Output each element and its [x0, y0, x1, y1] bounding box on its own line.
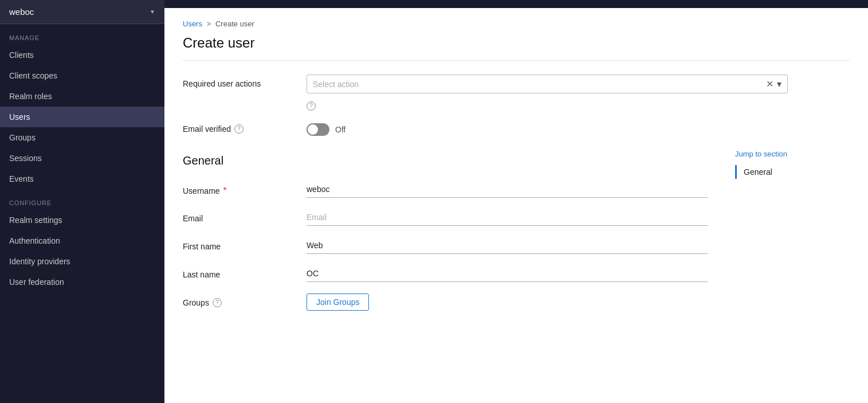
main-content: Users > Create user Create user Required…: [164, 0, 868, 403]
sidebar: weboc ▼ Manage Clients Client scopes Rea…: [0, 0, 164, 403]
form-section: General Username * Email: [183, 150, 850, 322]
jump-to-section: Jump to section General: [735, 150, 850, 322]
jump-link-general[interactable]: General: [735, 165, 850, 179]
required-actions-select[interactable]: Select action ✕ ▾: [307, 75, 788, 93]
clear-icon[interactable]: ✕: [766, 79, 773, 89]
sidebar-item-sessions[interactable]: Sessions: [0, 148, 164, 169]
email-verified-help-icon[interactable]: ?: [234, 124, 243, 134]
breadcrumb: Users > Create user: [183, 19, 850, 28]
first-name-row: First name: [183, 237, 712, 254]
breadcrumb-separator: >: [207, 20, 211, 28]
last-name-label: Last name: [183, 265, 297, 279]
sidebar-item-realm-roles[interactable]: Realm roles: [0, 86, 164, 107]
realm-selector[interactable]: weboc ▼: [0, 0, 164, 24]
sidebar-item-client-scopes[interactable]: Client scopes: [0, 65, 164, 86]
groups-label: Groups ?: [183, 294, 297, 307]
jump-section-title: Jump to section: [735, 150, 850, 158]
breadcrumb-current: Create user: [215, 19, 254, 28]
username-label: Username *: [183, 181, 297, 196]
sidebar-item-clients[interactable]: Clients: [0, 45, 164, 65]
username-row: Username *: [183, 181, 712, 198]
groups-help-icon[interactable]: ?: [213, 298, 222, 307]
sidebar-item-user-federation[interactable]: User federation: [0, 272, 164, 292]
username-control: [307, 181, 712, 198]
page-title: Create user: [183, 35, 850, 61]
required-indicator: *: [223, 186, 227, 196]
required-actions-control: Select action ✕ ▾: [307, 75, 850, 93]
groups-row: Groups ? Join Groups: [183, 294, 712, 311]
breadcrumb-parent[interactable]: Users: [183, 19, 202, 28]
join-groups-button[interactable]: Join Groups: [307, 294, 369, 311]
email-verified-toggle[interactable]: [307, 123, 329, 136]
sidebar-item-realm-settings[interactable]: Realm settings: [0, 210, 164, 230]
last-name-input[interactable]: [307, 265, 708, 282]
required-actions-help-icon[interactable]: ?: [307, 101, 316, 111]
email-verified-control: Off: [307, 120, 850, 136]
email-verified-state: Off: [335, 125, 345, 134]
email-control: [307, 209, 712, 226]
email-verified-row: Email verified ? Off: [183, 120, 850, 136]
manage-section-label: Manage: [0, 24, 164, 45]
last-name-control: [307, 265, 712, 282]
email-input[interactable]: [307, 209, 708, 226]
chevron-down-icon[interactable]: ▾: [777, 79, 781, 89]
top-bar: [164, 0, 868, 8]
chevron-down-icon: ▼: [150, 9, 155, 15]
realm-name: weboc: [9, 7, 34, 17]
general-section-title: General: [183, 154, 712, 167]
first-name-label: First name: [183, 237, 297, 251]
sidebar-item-events[interactable]: Events: [0, 169, 164, 189]
email-verified-toggle-wrap: Off: [307, 120, 850, 136]
email-label: Email: [183, 209, 297, 223]
content-area: Users > Create user Create user Required…: [164, 8, 868, 403]
groups-control: Join Groups: [307, 294, 712, 311]
email-row: Email: [183, 209, 712, 226]
first-name-control: [307, 237, 712, 254]
required-actions-label: Required user actions: [183, 75, 297, 88]
sidebar-item-groups[interactable]: Groups: [0, 127, 164, 148]
toggle-knob: [308, 124, 318, 135]
sidebar-item-identity-providers[interactable]: Identity providers: [0, 251, 164, 272]
sidebar-item-authentication[interactable]: Authentication: [0, 230, 164, 251]
required-actions-placeholder: Select action: [313, 80, 766, 89]
sidebar-item-users[interactable]: Users: [0, 107, 164, 127]
required-actions-row: Required user actions Select action ✕ ▾: [183, 75, 850, 93]
username-input[interactable]: [307, 181, 708, 198]
form-fields: General Username * Email: [183, 150, 712, 322]
first-name-input[interactable]: [307, 237, 708, 254]
email-verified-label: Email verified ?: [183, 120, 297, 134]
last-name-row: Last name: [183, 265, 712, 282]
configure-section-label: Configure: [0, 189, 164, 210]
